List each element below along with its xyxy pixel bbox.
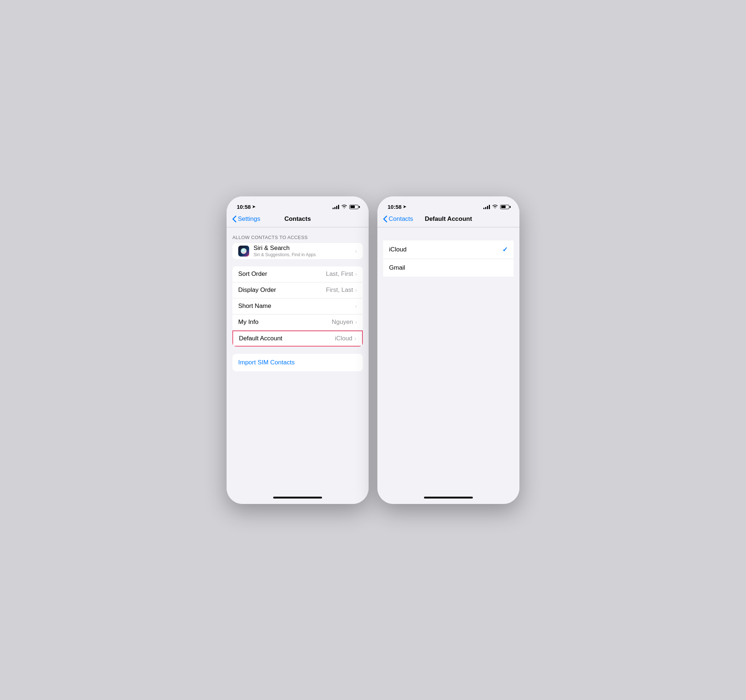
default-account-row[interactable]: Default Account iCloud › [232,331,363,346]
status-time-left: 10:58 ➤ [237,204,255,210]
gmail-label: Gmail [389,264,405,271]
status-bar-left: 10:58 ➤ [227,196,368,212]
short-name-row[interactable]: Short Name › [232,298,363,315]
back-label-left: Settings [238,215,260,223]
status-icons-left [332,204,358,209]
my-info-row[interactable]: My Info Nguyen › [232,315,363,331]
sort-order-value: Last, First [326,270,353,278]
siri-sublabel: Siri & Suggestions, Find in Apps [254,252,355,257]
siri-chevron-icon: › [355,248,357,254]
wifi-icon-right [492,204,498,209]
home-indicator-right [378,492,519,504]
home-bar-right [424,497,473,498]
status-time-right: 10:58 ➤ [388,204,406,210]
back-chevron-icon-left [232,216,236,222]
back-button-right[interactable]: Contacts [383,215,413,223]
import-sim-button[interactable]: Import SIM Contacts [232,354,363,371]
contacts-settings-group: Sort Order Last, First › Display Order F… [232,266,363,346]
signal-icon-left [332,205,339,209]
page-title-left: Contacts [284,215,311,223]
time-left: 10:58 [237,204,251,210]
display-order-label: Display Order [238,286,326,294]
default-account-value: iCloud [335,335,352,342]
import-sim-group: Import SIM Contacts [232,354,363,371]
home-indicator-left [227,492,368,504]
content-left: ALLOW CONTACTS TO ACCESS Siri & Search S… [227,227,368,492]
left-phone: 10:58 ➤ Settings Contacts ALLOW CONTAC [227,196,368,504]
display-order-chevron-icon: › [355,287,357,293]
display-order-value: First, Last [326,286,353,294]
siri-search-row[interactable]: Siri & Search Siri & Suggestions, Find i… [232,243,363,259]
siri-labels: Siri & Search Siri & Suggestions, Find i… [254,244,355,257]
icloud-label: iCloud [389,246,406,253]
wifi-icon-left [341,204,347,209]
battery-icon-right [500,205,509,209]
icloud-option[interactable]: iCloud ✓ [383,241,514,259]
my-info-chevron-icon: › [355,319,357,325]
status-icons-right [483,204,509,209]
nav-bar-right: Contacts Default Account [378,212,519,227]
short-name-label: Short Name [238,303,355,310]
my-info-value: Nguyen [332,319,353,326]
page-title-right: Default Account [425,215,472,223]
location-arrow-left: ➤ [252,205,255,209]
default-account-content: iCloud ✓ Gmail [378,241,519,492]
back-button-left[interactable]: Settings [232,215,260,223]
location-arrow-right: ➤ [403,205,406,209]
siri-group: Siri & Search Siri & Suggestions, Find i… [232,243,363,259]
default-account-chevron-icon: › [354,336,356,342]
display-order-row[interactable]: Display Order First, Last › [232,282,363,298]
status-bar-right: 10:58 ➤ [378,196,519,212]
right-phone: 10:58 ➤ Contacts Default Account [378,196,519,504]
nav-bar-left: Settings Contacts [227,212,368,227]
gmail-option[interactable]: Gmail [383,259,514,277]
battery-icon-left [349,205,358,209]
time-right: 10:58 [388,204,402,210]
sort-order-chevron-icon: › [355,271,357,277]
signal-icon-right [483,205,490,209]
my-info-label: My Info [238,319,332,326]
home-bar-left [273,497,322,498]
default-account-label: Default Account [239,335,335,342]
sort-order-row[interactable]: Sort Order Last, First › [232,266,363,282]
icloud-checkmark-icon: ✓ [502,245,508,254]
top-section-spacer [378,227,519,241]
back-chevron-icon-right [383,216,387,222]
section-header-allow-contacts: ALLOW CONTACTS TO ACCESS [227,227,368,243]
sort-order-label: Sort Order [238,270,326,278]
accounts-group: iCloud ✓ Gmail [383,241,514,277]
siri-label: Siri & Search [254,244,355,252]
back-label-right: Contacts [389,215,413,223]
siri-icon [238,245,249,256]
short-name-chevron-icon: › [355,303,357,309]
